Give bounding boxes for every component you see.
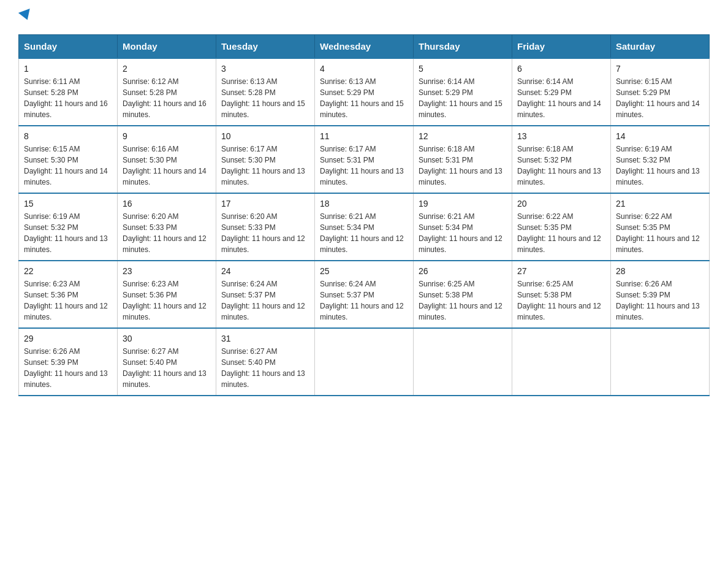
calendar-cell: 16 Sunrise: 6:20 AM Sunset: 5:33 PM Dayl…: [118, 193, 216, 261]
calendar-cell: 14 Sunrise: 6:19 AM Sunset: 5:32 PM Dayl…: [611, 126, 710, 193]
day-number: 29: [24, 334, 112, 343]
day-number: 12: [419, 131, 507, 141]
day-number: 14: [616, 131, 704, 141]
day-number: 9: [123, 131, 211, 141]
calendar-cell: 15 Sunrise: 6:19 AM Sunset: 5:32 PM Dayl…: [19, 193, 118, 261]
calendar-header-row: SundayMondayTuesdayWednesdayThursdayFrid…: [19, 35, 710, 59]
day-info: Sunrise: 6:27 AM Sunset: 5:40 PM Dayligh…: [123, 346, 211, 390]
day-info: Sunrise: 6:26 AM Sunset: 5:39 PM Dayligh…: [616, 278, 704, 323]
week-row-1: 1 Sunrise: 6:11 AM Sunset: 5:28 PM Dayli…: [19, 58, 710, 126]
calendar-cell: 9 Sunrise: 6:16 AM Sunset: 5:30 PM Dayli…: [118, 126, 216, 193]
calendar-table: SundayMondayTuesdayWednesdayThursdayFrid…: [18, 34, 710, 396]
day-info: Sunrise: 6:14 AM Sunset: 5:29 PM Dayligh…: [419, 76, 507, 120]
day-number: 24: [221, 266, 309, 276]
header-sunday: Sunday: [19, 35, 118, 59]
day-number: 27: [517, 266, 605, 276]
day-info: Sunrise: 6:25 AM Sunset: 5:38 PM Dayligh…: [517, 278, 605, 323]
day-number: 2: [123, 64, 211, 74]
header-friday: Friday: [512, 35, 611, 59]
header-wednesday: Wednesday: [315, 35, 414, 59]
logo: [18, 12, 32, 22]
calendar-cell: 28 Sunrise: 6:26 AM Sunset: 5:39 PM Dayl…: [611, 261, 710, 328]
calendar-cell: 29 Sunrise: 6:26 AM Sunset: 5:39 PM Dayl…: [19, 328, 118, 396]
day-number: 31: [221, 334, 309, 343]
calendar-cell: 17 Sunrise: 6:20 AM Sunset: 5:33 PM Dayl…: [216, 193, 315, 261]
calendar-cell: 27 Sunrise: 6:25 AM Sunset: 5:38 PM Dayl…: [512, 261, 611, 328]
day-info: Sunrise: 6:12 AM Sunset: 5:28 PM Dayligh…: [123, 76, 211, 120]
calendar-cell: 5 Sunrise: 6:14 AM Sunset: 5:29 PM Dayli…: [414, 58, 512, 126]
calendar-cell: 8 Sunrise: 6:15 AM Sunset: 5:30 PM Dayli…: [19, 126, 118, 193]
calendar-cell: 30 Sunrise: 6:27 AM Sunset: 5:40 PM Dayl…: [118, 328, 216, 396]
day-info: Sunrise: 6:18 AM Sunset: 5:32 PM Dayligh…: [517, 144, 605, 188]
day-info: Sunrise: 6:22 AM Sunset: 5:35 PM Dayligh…: [517, 211, 605, 255]
day-info: Sunrise: 6:19 AM Sunset: 5:32 PM Dayligh…: [616, 144, 704, 188]
day-info: Sunrise: 6:15 AM Sunset: 5:29 PM Dayligh…: [616, 76, 704, 120]
day-number: 17: [221, 199, 309, 209]
day-info: Sunrise: 6:17 AM Sunset: 5:30 PM Dayligh…: [221, 144, 309, 188]
day-info: Sunrise: 6:13 AM Sunset: 5:28 PM Dayligh…: [221, 76, 309, 120]
calendar-cell: 21 Sunrise: 6:22 AM Sunset: 5:35 PM Dayl…: [611, 193, 710, 261]
day-number: 11: [320, 131, 408, 141]
header-tuesday: Tuesday: [216, 35, 315, 59]
week-row-5: 29 Sunrise: 6:26 AM Sunset: 5:39 PM Dayl…: [19, 328, 710, 396]
calendar-cell: 11 Sunrise: 6:17 AM Sunset: 5:31 PM Dayl…: [315, 126, 414, 193]
calendar-cell: [611, 328, 710, 396]
day-number: 22: [24, 266, 112, 276]
day-number: 7: [616, 64, 704, 74]
day-number: 25: [320, 266, 408, 276]
logo-triangle-icon: [18, 9, 33, 22]
day-info: Sunrise: 6:18 AM Sunset: 5:31 PM Dayligh…: [419, 144, 507, 188]
day-number: 4: [320, 64, 408, 74]
day-number: 28: [616, 266, 704, 276]
day-number: 6: [517, 64, 605, 74]
calendar-cell: 18 Sunrise: 6:21 AM Sunset: 5:34 PM Dayl…: [315, 193, 414, 261]
header-saturday: Saturday: [611, 35, 710, 59]
day-number: 8: [24, 131, 112, 141]
day-info: Sunrise: 6:14 AM Sunset: 5:29 PM Dayligh…: [517, 76, 605, 120]
calendar-cell: 25 Sunrise: 6:24 AM Sunset: 5:37 PM Dayl…: [315, 261, 414, 328]
calendar-cell: 7 Sunrise: 6:15 AM Sunset: 5:29 PM Dayli…: [611, 58, 710, 126]
calendar-cell: 20 Sunrise: 6:22 AM Sunset: 5:35 PM Dayl…: [512, 193, 611, 261]
day-number: 21: [616, 199, 704, 209]
day-info: Sunrise: 6:16 AM Sunset: 5:30 PM Dayligh…: [123, 144, 211, 188]
day-info: Sunrise: 6:24 AM Sunset: 5:37 PM Dayligh…: [320, 278, 408, 323]
day-info: Sunrise: 6:27 AM Sunset: 5:40 PM Dayligh…: [221, 346, 309, 390]
day-info: Sunrise: 6:20 AM Sunset: 5:33 PM Dayligh…: [221, 211, 309, 255]
calendar-cell: [414, 328, 512, 396]
day-info: Sunrise: 6:20 AM Sunset: 5:33 PM Dayligh…: [123, 211, 211, 255]
day-info: Sunrise: 6:21 AM Sunset: 5:34 PM Dayligh…: [419, 211, 507, 255]
calendar-cell: 24 Sunrise: 6:24 AM Sunset: 5:37 PM Dayl…: [216, 261, 315, 328]
calendar-cell: 19 Sunrise: 6:21 AM Sunset: 5:34 PM Dayl…: [414, 193, 512, 261]
day-info: Sunrise: 6:13 AM Sunset: 5:29 PM Dayligh…: [320, 76, 408, 120]
day-info: Sunrise: 6:23 AM Sunset: 5:36 PM Dayligh…: [123, 278, 211, 323]
page-header: [18, 12, 710, 22]
calendar-cell: 1 Sunrise: 6:11 AM Sunset: 5:28 PM Dayli…: [19, 58, 118, 126]
week-row-4: 22 Sunrise: 6:23 AM Sunset: 5:36 PM Dayl…: [19, 261, 710, 328]
day-number: 5: [419, 64, 507, 74]
calendar-cell: [512, 328, 611, 396]
day-info: Sunrise: 6:25 AM Sunset: 5:38 PM Dayligh…: [419, 278, 507, 323]
calendar-cell: 23 Sunrise: 6:23 AM Sunset: 5:36 PM Dayl…: [118, 261, 216, 328]
header-monday: Monday: [118, 35, 216, 59]
day-number: 18: [320, 199, 408, 209]
day-number: 13: [517, 131, 605, 141]
day-info: Sunrise: 6:19 AM Sunset: 5:32 PM Dayligh…: [24, 211, 112, 255]
day-info: Sunrise: 6:21 AM Sunset: 5:34 PM Dayligh…: [320, 211, 408, 255]
day-number: 3: [221, 64, 309, 74]
calendar-cell: 6 Sunrise: 6:14 AM Sunset: 5:29 PM Dayli…: [512, 58, 611, 126]
calendar-cell: 26 Sunrise: 6:25 AM Sunset: 5:38 PM Dayl…: [414, 261, 512, 328]
day-info: Sunrise: 6:22 AM Sunset: 5:35 PM Dayligh…: [616, 211, 704, 255]
day-number: 16: [123, 199, 211, 209]
calendar-cell: 13 Sunrise: 6:18 AM Sunset: 5:32 PM Dayl…: [512, 126, 611, 193]
calendar-cell: 12 Sunrise: 6:18 AM Sunset: 5:31 PM Dayl…: [414, 126, 512, 193]
calendar-cell: 4 Sunrise: 6:13 AM Sunset: 5:29 PM Dayli…: [315, 58, 414, 126]
day-info: Sunrise: 6:11 AM Sunset: 5:28 PM Dayligh…: [24, 76, 112, 120]
day-number: 1: [24, 64, 112, 74]
calendar-cell: 3 Sunrise: 6:13 AM Sunset: 5:28 PM Dayli…: [216, 58, 315, 126]
day-number: 20: [517, 199, 605, 209]
day-number: 15: [24, 199, 112, 209]
day-number: 19: [419, 199, 507, 209]
day-info: Sunrise: 6:24 AM Sunset: 5:37 PM Dayligh…: [221, 278, 309, 323]
day-info: Sunrise: 6:15 AM Sunset: 5:30 PM Dayligh…: [24, 144, 112, 188]
week-row-2: 8 Sunrise: 6:15 AM Sunset: 5:30 PM Dayli…: [19, 126, 710, 193]
